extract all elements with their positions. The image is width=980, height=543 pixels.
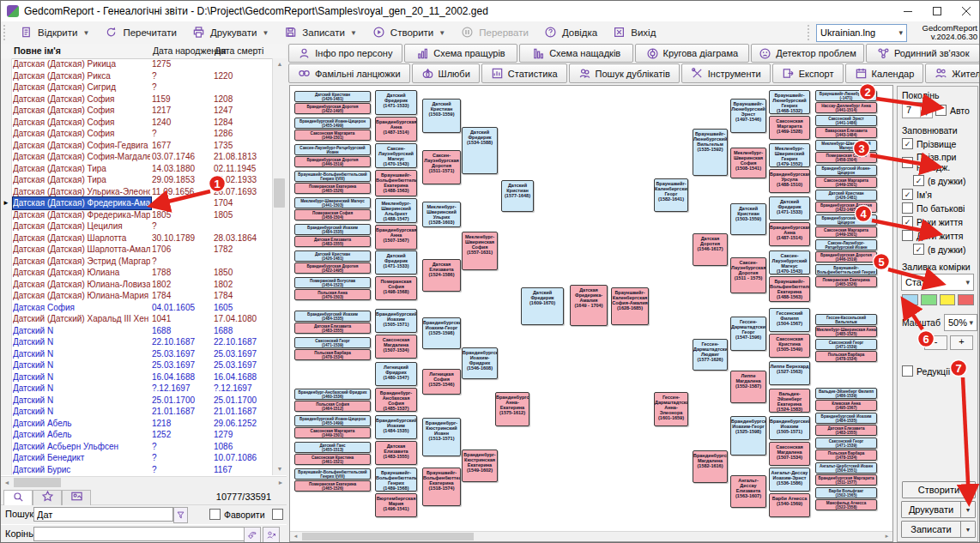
- maximize-button[interactable]: [923, 1, 952, 21]
- tree-person-box[interactable]: Бранденбургский Иоахим-Георг(1525-1598): [422, 317, 461, 349]
- tab-family-link[interactable]: Родинний зв'язок: [866, 44, 980, 63]
- dropdown-arrow-icon[interactable]: [439, 29, 445, 37]
- checkbox-box[interactable]: [902, 365, 913, 377]
- dropdown-arrow-icon[interactable]: [960, 522, 975, 537]
- zoom-out-button[interactable]: -: [924, 335, 947, 350]
- table-row[interactable]: Датский N21.01.168721.01.1687: [1, 406, 273, 418]
- tree-person-box[interactable]: Брауншвейг-Люнебургский Генрих(1468-1532…: [769, 90, 810, 114]
- checkbox-box[interactable]: [209, 509, 221, 520]
- tree-person-box[interactable]: Саксен-Лауэнбург-Ратцебургский Иоанн(143…: [294, 144, 371, 155]
- tree-person-box[interactable]: Польская Барбара(1478-1534): [294, 349, 371, 360]
- checkbox-box[interactable]: [902, 138, 913, 149]
- tree-person-box[interactable]: Брауншвейг-Вольфенбюттельский Генрих(148…: [375, 468, 417, 492]
- tree-person-box[interactable]: Легницкая София(1525-1546): [422, 369, 461, 395]
- tree-person-box[interactable]: Польская София(1464-1512): [294, 401, 371, 412]
- chart-horizontal-scrollbar[interactable]: [290, 531, 892, 541]
- table-row[interactable]: Датская (Датская) Тира14.03.188002.11.19…: [1, 163, 273, 175]
- tree-person-box[interactable]: Легницкий Фридрих(1480-1547): [375, 362, 417, 386]
- tree-person-box[interactable]: Польская Барбара(1478-1534): [815, 351, 877, 362]
- minimize-button[interactable]: [893, 1, 923, 21]
- tree-person-box[interactable]: Саксонская Магдалена(1507-1534): [769, 442, 810, 466]
- tree-person-box[interactable]: Гессенский Филипп(1504-1567): [769, 308, 810, 332]
- tree-person-box[interactable]: Польская Анна(1476-1503): [294, 289, 371, 300]
- tree-person-box[interactable]: Брауншвейг-Каленбергский Георг(1582-1641…: [654, 178, 688, 212]
- tree-person-box[interactable]: Саксонская Маргарита(1449-1501): [294, 130, 371, 141]
- tree-person-box[interactable]: Бранденбургская Анна(1487-1514): [375, 117, 417, 142]
- tree-person-box[interactable]: Бранденбургская Анна(1507-1567): [375, 225, 417, 250]
- fill-option-checkbox[interactable]: Дати життя: [902, 230, 977, 241]
- tree-person-box[interactable]: Брауншвейг-Вольфенбюттельская Екатерина(…: [375, 170, 417, 196]
- tree-person-box[interactable]: Польская Барбара(1478-1534): [815, 449, 877, 461]
- tree-person-box[interactable]: Вальдек-Эйзенберг Филипп(1486-1539): [815, 388, 877, 399]
- zoom-in-button[interactable]: +: [950, 335, 973, 350]
- table-row[interactable]: Датская (Датская) София-Магдалена03.07.1…: [1, 151, 273, 163]
- перечитати-toolbar-button[interactable]: Перечитати: [97, 22, 184, 43]
- table-row[interactable]: Датская (Датская) София12401284: [1, 117, 273, 129]
- apply-root-button[interactable]: [244, 527, 261, 543]
- dropdown-arrow-icon[interactable]: [960, 502, 975, 517]
- tree-person-box[interactable]: Бранденбургский Иоахим(1484-1535): [815, 413, 877, 424]
- довідка-toolbar-button[interactable]: Довідка: [536, 22, 605, 43]
- goto-person-button[interactable]: [263, 527, 280, 543]
- fill-option-checkbox[interactable]: Ім'я: [902, 189, 977, 200]
- tree-person-box[interactable]: Датский Кристиан(1426-1481): [294, 250, 371, 262]
- записати-sidebar-button[interactable]: Записати: [901, 521, 976, 538]
- table-row[interactable]: Датская (Датская) Рикица1275: [1, 58, 273, 70]
- tree-person-box[interactable]: Бранденбург-Кюстринский Иоанн(1513-1571): [422, 418, 461, 456]
- tree-person-box[interactable]: Бранденбургская Маргарита(1511-1577): [815, 474, 877, 486]
- scroll-right-icon[interactable]: [881, 532, 892, 540]
- table-row[interactable]: Датская (Датская) Юлиана17881850: [1, 267, 273, 279]
- list-tab-star[interactable]: [33, 490, 62, 505]
- tree-person-box[interactable]: Бранденбургский Иоахим(1484-1535): [294, 311, 371, 322]
- tree-person-box[interactable]: Бранденбургский Иоахим-Георг(1525-1598): [730, 416, 766, 456]
- checkbox-box[interactable]: [902, 230, 913, 241]
- checkbox-box[interactable]: [913, 244, 924, 255]
- tree-person-box[interactable]: Саксонский Георг(1471-1539): [815, 437, 877, 449]
- tree-person-box[interactable]: Баварская Елизавета(1443-1484): [815, 127, 877, 138]
- scrollbar-thumb[interactable]: [14, 478, 61, 487]
- table-row[interactable]: Датский N22.10.168722.10.1687: [1, 336, 273, 348]
- tree-person-box[interactable]: Бранденбургский Иоанн-Цицерон(1455-1499): [815, 214, 877, 226]
- tree-person-box[interactable]: Брауншвейг-Вольфенбюттельский Генрих I(V…: [294, 171, 371, 182]
- scroll-right-icon[interactable]: [275, 477, 287, 488]
- table-row[interactable]: Датская (Датская) Шарлотта30.10.178928.0…: [1, 232, 273, 244]
- tree-person-box[interactable]: Саксонский Георг(1471-1539): [294, 337, 371, 348]
- tab-residents[interactable]: Жителі: [925, 63, 980, 83]
- tree-person-box[interactable]: Бранденбургская Доротея(1446-1519): [815, 251, 877, 262]
- fill-color-swatch[interactable]: [921, 294, 937, 305]
- table-row[interactable]: Датский N?.12.1697?.12.1697: [1, 383, 273, 395]
- tab-circle-diagram[interactable]: Кругова діаграма: [635, 44, 749, 63]
- table-row[interactable]: Датская София04.01.16051605: [1, 302, 273, 314]
- tree-person-box[interactable]: Саксонская Маргарита(1449-1501): [815, 226, 877, 238]
- tree-person-box[interactable]: Мекленбург-Шверинский Генрих(1479-1552): [769, 143, 810, 167]
- tab-person-info[interactable]: Інфо про персону: [288, 44, 402, 63]
- table-row[interactable]: Датский N16.04.168816.04.1688: [1, 371, 273, 383]
- table-row[interactable]: Датский N16881688: [1, 325, 273, 337]
- tree-person-box[interactable]: Саксонский Георг(1471-1539): [815, 339, 877, 350]
- tree-person-box[interactable]: Вюртембергская Мария(1496-1541): [375, 493, 417, 517]
- tree-person-box[interactable]: Барби Агнесса(1540-1569): [769, 493, 810, 517]
- auto-checkbox[interactable]: Авто: [935, 105, 970, 116]
- відкрити-toolbar-button[interactable]: Відкрити: [12, 22, 97, 43]
- fill-option-checkbox[interactable]: (в дужки): [913, 244, 977, 255]
- tree-person-box[interactable]: Мекленбург-Шверинская Анна(1485-1525): [815, 326, 877, 337]
- tree-person-box[interactable]: Вальдек-Эйзенберг Екатерина(1524-1583): [769, 389, 810, 413]
- filter-button[interactable]: [173, 507, 188, 523]
- fill-option-checkbox[interactable]: Прізв.при народж.: [902, 152, 977, 172]
- fill-mode-select[interactable]: Стать: [901, 274, 974, 291]
- table-row[interactable]: Датский Асбьерн Ульфсен?1086: [1, 441, 273, 453]
- spinner-down-icon[interactable]: ▼: [921, 111, 932, 118]
- tree-person-box[interactable]: Померанская София(1458-1504): [294, 209, 371, 220]
- tree-person-box[interactable]: Датская Елизавета(1483-1555): [294, 236, 371, 247]
- tree-person-box[interactable]: Померанская София(1498-1568): [375, 276, 417, 300]
- checkbox-box[interactable]: [902, 216, 913, 227]
- reduction-checkbox[interactable]: Редукції: [902, 365, 977, 377]
- tree-person-box[interactable]: Саксен-Лауэнбургский Магнус(1470-1543): [769, 250, 810, 275]
- tree-person-box[interactable]: Саксонская Маргарита(1469-1528): [769, 116, 810, 140]
- tree-person-box[interactable]: Померанская Екатерина(1465-1526): [815, 276, 877, 287]
- tree-person-box[interactable]: Датский Фредерик(1471-1533): [375, 250, 417, 275]
- tree-person-box[interactable]: Липпе Магдалена(1552-1587): [730, 371, 766, 403]
- tree-person-box[interactable]: Гессен-Кассельский Вильгельм(1468-1509): [815, 314, 877, 325]
- tree-person-box[interactable]: Бранденбургская Доротея(1422-1495): [815, 202, 877, 213]
- tree-person-box[interactable]: Бранденбургская Анна-Екатерина(1575-1612…: [495, 392, 529, 426]
